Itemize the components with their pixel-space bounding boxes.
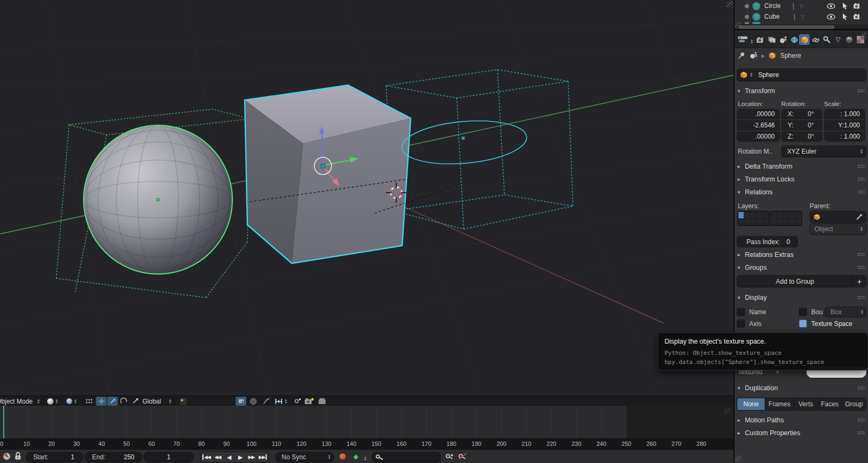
panel-drag-dots[interactable] [857,295,865,300]
keying-set-field[interactable] [372,452,441,462]
opengl-render-anim-icon[interactable] [318,396,327,406]
outliner[interactable]: ⊕ ▽ Circle | ▽ ⊕ ▽ Cube | ▽ [735,0,868,29]
timeline-track[interactable] [0,406,735,438]
lock-icon[interactable] [14,452,21,460]
section-duplication[interactable]: ▼Duplication [737,383,866,393]
panel-drag-dots[interactable] [857,431,865,435]
orientation-dropdown[interactable]: Global ▲▼ [142,396,172,406]
pin-icon[interactable] [738,52,745,59]
tab-world[interactable] [789,34,799,45]
tab-render-layers[interactable] [766,34,777,45]
object-name-field[interactable]: ▲▼ Sphere [737,69,866,81]
manipulator-rotate-icon[interactable] [118,397,129,406]
play-reverse-button[interactable]: ◀ [223,452,235,462]
timeline-ruler[interactable]: 0102030405060708090100110120130140150160… [0,438,735,450]
jump-first-button[interactable]: ◀◀ [201,452,212,462]
manipulator-axes-icon[interactable] [96,397,107,406]
panel-drag-dots[interactable] [857,386,865,390]
tab-render[interactable] [755,34,766,45]
editor-type-stepper[interactable]: ▲▼ [749,35,753,44]
snap-element-icon[interactable]: ▲▼ [275,396,288,406]
add-group-plus-icon[interactable]: + [852,276,866,287]
restrict-select-arrow-icon[interactable] [842,2,848,10]
scene-layers-icon[interactable] [180,396,186,406]
play-button[interactable]: ▶ [235,452,246,462]
panel-drag-dots[interactable] [857,89,865,93]
restrict-view-eye-icon[interactable] [827,14,835,20]
panel-drag-dots[interactable] [857,253,865,257]
current-frame-field[interactable]: 1 [144,452,194,462]
tab-object[interactable] [799,34,810,45]
bounds-type-dropdown[interactable]: Box ▲▼ [825,307,866,317]
duplication-none[interactable]: None [737,398,765,410]
jump-last-button[interactable]: ▶▶ [257,452,268,462]
outliner-corner-handle[interactable] [735,22,742,29]
duplication-faces[interactable]: Faces [818,398,842,410]
eyedropper-icon[interactable] [856,214,863,221]
keying-set-stepper[interactable]: ▲▼ [362,452,367,461]
section-transform[interactable]: ▼Transform [737,86,866,96]
axis-checkbox[interactable] [737,320,745,328]
sync-dropdown[interactable]: No Sync ▲▼ [275,452,334,462]
outliner-row-cube[interactable]: ⊕ ▽ Cube | ▽ [735,11,868,22]
start-frame-field[interactable]: Start: 1 [26,452,84,462]
panel-drag-dots[interactable] [857,190,865,194]
manipulator-dots-icon[interactable] [84,397,94,406]
layers-grid-right[interactable] [770,211,802,226]
duplication-group[interactable]: Group [842,398,866,410]
rotation-mode-dropdown[interactable]: XYZ Euler ▲▼ [781,146,866,157]
3d-viewport[interactable] [0,0,735,396]
section-relations-extras[interactable]: ►Relations Extras [737,249,866,260]
outliner-item-label[interactable]: Cube [764,13,780,20]
name-checkbox[interactable] [737,308,745,316]
viewport-corner-handle[interactable] [727,1,734,8]
add-to-group-button[interactable]: Add to Group + [737,275,866,287]
circle-object[interactable] [400,116,529,169]
scale-y-field[interactable]: Y:1.000 [824,120,865,131]
section-display[interactable]: ▼Display [737,292,866,303]
location-x-field[interactable]: .00000 [737,109,780,119]
snap-toggle-icon[interactable] [236,397,246,406]
expand-plus-icon[interactable]: ⊕ [744,13,749,20]
scale-x-field[interactable]: : 1.000 [824,109,865,119]
mode-stepper[interactable]: ▲▼ [35,396,40,406]
outliner-item-label[interactable]: Circle [764,2,781,10]
scale-z-field[interactable]: : 1.000 [824,131,865,142]
scene-mini-icon[interactable] [750,52,758,59]
parent-field[interactable] [810,211,866,223]
rotation-z-field[interactable]: Z:0° [781,131,822,142]
panel-drag-dots[interactable] [857,265,865,270]
current-frame-marker[interactable] [3,406,4,438]
end-frame-field[interactable]: End: 250 [85,452,142,462]
properties-corner-handle-bottom[interactable] [735,456,742,462]
section-custom-properties[interactable]: ►Custom Properties [737,428,866,438]
manipulator-translate-icon[interactable] [107,397,118,406]
section-delta-transform[interactable]: ►Delta Transform [737,161,866,172]
tab-object-data[interactable]: ▽ [833,34,843,45]
tab-modifiers[interactable] [821,34,832,45]
location-y-field[interactable]: -2.6546 [737,120,780,131]
editor-type-icon[interactable] [738,36,748,43]
pass-index-field[interactable]: Pass Index: 0 [737,236,798,247]
outliner-scrollbar-thumb[interactable] [738,25,835,29]
breadcrumb-object-name[interactable]: Sphere [780,52,801,59]
falloff-curve-icon[interactable] [263,396,270,406]
tab-material[interactable] [844,34,855,45]
restrict-select-arrow-icon[interactable] [842,13,848,20]
pivot-point-icon[interactable]: ▲▼ [66,396,77,406]
clock-icon[interactable] [3,452,11,460]
restrict-render-camera-icon[interactable] [853,3,861,9]
rotation-x-field[interactable]: X:0° [781,109,822,119]
duplication-verts[interactable]: Verts [794,398,818,410]
rotation-y-field[interactable]: Y:0° [781,120,822,131]
expand-plus-icon[interactable]: ⊕ [744,3,749,10]
duplication-frames[interactable]: Frames [765,398,794,410]
tab-scene[interactable] [778,34,788,45]
viewport-shading-icon[interactable]: ▲▼ [47,396,58,406]
panel-drag-dots[interactable] [857,177,865,181]
location-z-field[interactable]: .00000 [737,131,780,142]
outliner-row-circle[interactable]: ⊕ ▽ Circle | ▽ [735,1,868,11]
mode-dropdown[interactable]: Object Mode [0,396,37,406]
cube-object[interactable] [245,85,452,263]
manipulator-scale-icon[interactable] [130,397,140,406]
